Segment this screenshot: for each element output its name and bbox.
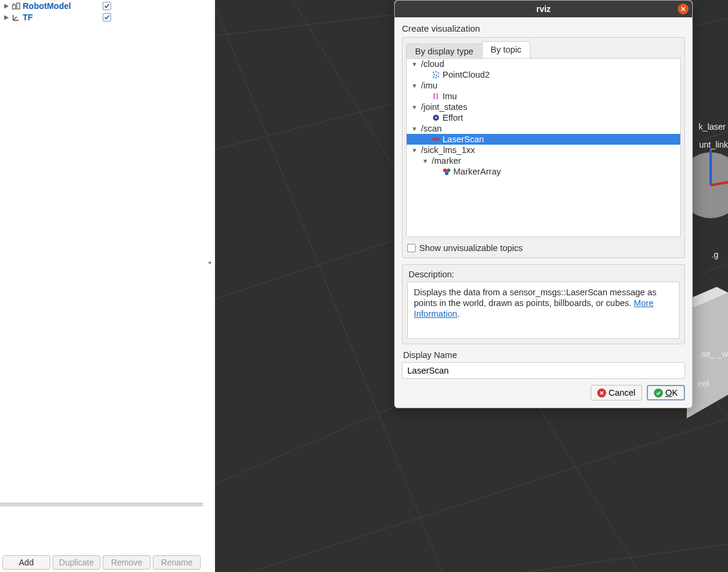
cancel-button[interactable]: Cancel xyxy=(591,385,642,400)
chevron-down-icon[interactable]: ▼ xyxy=(409,147,420,154)
link-label: .se_ _w xyxy=(699,349,728,359)
tree-display-markerarray[interactable]: MarkerArray xyxy=(407,166,680,177)
dialog-titlebar[interactable]: rviz xyxy=(395,1,692,17)
chevron-down-icon[interactable]: ▼ xyxy=(409,126,420,132)
tree-display-laserscan[interactable]: LaserScan xyxy=(407,134,680,145)
link-label: eel xyxy=(698,379,709,389)
svg-point-26 xyxy=(438,72,439,74)
close-icon[interactable] xyxy=(678,4,689,14)
link-label: unt_link xyxy=(699,140,728,149)
display-description-area xyxy=(0,506,203,555)
tab-by-display-type[interactable]: By display type xyxy=(406,44,483,59)
tree-topic-marker[interactable]: ▼ /marker xyxy=(407,155,680,166)
display-item-label: TF xyxy=(23,13,33,22)
svg-point-31 xyxy=(435,77,437,78)
description-heading: Description: xyxy=(408,270,680,279)
expand-icon[interactable]: ▶ xyxy=(2,3,11,9)
svg-point-28 xyxy=(436,75,437,76)
display-item-label: RobotModel xyxy=(23,1,71,11)
laserscan-icon xyxy=(431,134,441,144)
tree-topic-sick-lms-1xx[interactable]: ▼ /sick_lms_1xx xyxy=(407,145,680,155)
rename-button[interactable]: Rename xyxy=(153,555,201,570)
ok-button-label: OK xyxy=(665,388,678,397)
vertical-splitter[interactable] xyxy=(203,0,215,572)
markerarray-icon xyxy=(441,167,452,176)
topic-tree[interactable]: ▼ /cloud PointCloud2 ▼ /imu xyxy=(406,58,681,237)
chevron-down-icon[interactable]: ▼ xyxy=(409,104,420,111)
cancel-button-label: Cancel xyxy=(609,388,635,397)
svg-point-35 xyxy=(435,117,437,119)
create-visualization-dialog: rviz Create visualization By display typ… xyxy=(394,0,693,408)
dialog-heading: Create visualization xyxy=(402,23,685,33)
svg-point-29 xyxy=(438,76,439,77)
imu-icon xyxy=(431,91,441,101)
svg-point-25 xyxy=(435,71,437,72)
visualization-picker-group: By display type By topic ▼ /cloud PointC… xyxy=(402,37,685,258)
cancel-icon xyxy=(597,389,606,397)
svg-point-37 xyxy=(447,169,450,172)
displays-tree[interactable]: ▶ RobotModel ▶ TF xyxy=(0,0,203,503)
svg-point-24 xyxy=(433,72,434,73)
display-item-robotmodel[interactable]: ▶ RobotModel xyxy=(0,0,203,11)
tree-topic-imu[interactable]: ▼ /imu xyxy=(407,80,680,91)
robotmodel-icon xyxy=(11,1,21,11)
tree-topic-joint-states[interactable]: ▼ /joint_states xyxy=(407,102,680,112)
chevron-down-icon[interactable]: ▼ xyxy=(409,82,420,89)
tree-display-effort[interactable]: Effort xyxy=(407,112,680,123)
tab-by-topic[interactable]: By topic xyxy=(482,41,531,58)
effort-icon xyxy=(431,113,441,123)
tree-topic-scan[interactable]: ▼ /scan xyxy=(407,123,680,134)
link-label: k_laser xyxy=(699,122,726,131)
tree-topic-cloud[interactable]: ▼ /cloud xyxy=(407,59,680,69)
description-trail: . xyxy=(457,309,460,319)
remove-button[interactable]: Remove xyxy=(103,555,150,570)
display-name-input[interactable] xyxy=(402,362,685,379)
svg-point-38 xyxy=(445,172,449,175)
ok-button[interactable]: OK xyxy=(647,385,685,400)
display-name-label: Display Name xyxy=(403,350,685,360)
svg-point-30 xyxy=(433,77,434,78)
pointcloud2-icon xyxy=(431,70,441,79)
tf-icon xyxy=(11,13,21,22)
svg-rect-0 xyxy=(13,5,16,9)
displays-panel: ▶ RobotModel ▶ TF xyxy=(0,0,203,572)
ok-icon xyxy=(654,389,663,397)
svg-line-5 xyxy=(13,17,17,20)
svg-point-27 xyxy=(434,74,435,75)
svg-point-36 xyxy=(443,169,447,172)
dialog-title: rviz xyxy=(536,4,551,14)
tree-display-imu[interactable]: Imu xyxy=(407,91,680,102)
display-enable-checkbox[interactable] xyxy=(103,2,111,10)
add-button[interactable]: Add xyxy=(2,555,50,570)
expand-icon[interactable]: ▶ xyxy=(2,14,11,20)
duplicate-button[interactable]: Duplicate xyxy=(53,555,100,570)
tab-bar: By display type By topic xyxy=(403,38,684,58)
tree-display-pointcloud2[interactable]: PointCloud2 xyxy=(407,69,680,80)
chevron-down-icon[interactable]: ▼ xyxy=(420,158,431,164)
chevron-down-icon[interactable]: ▼ xyxy=(409,61,420,68)
displays-button-bar: Add Duplicate Remove Rename xyxy=(0,555,203,572)
show-unvisualizable-checkbox[interactable] xyxy=(407,244,416,252)
show-unvisualizable-label: Show unvisualizable topics xyxy=(419,243,523,253)
display-item-tf[interactable]: ▶ TF xyxy=(0,11,203,23)
display-enable-checkbox[interactable] xyxy=(103,13,111,22)
svg-rect-1 xyxy=(17,3,20,9)
description-text: Displays the data from a sensor_msgs::La… xyxy=(414,287,656,308)
link-label: .g xyxy=(711,250,718,259)
description-box: Displays the data from a sensor_msgs::La… xyxy=(407,282,680,339)
splitter-collapse-icon[interactable]: ◂ xyxy=(208,261,213,268)
